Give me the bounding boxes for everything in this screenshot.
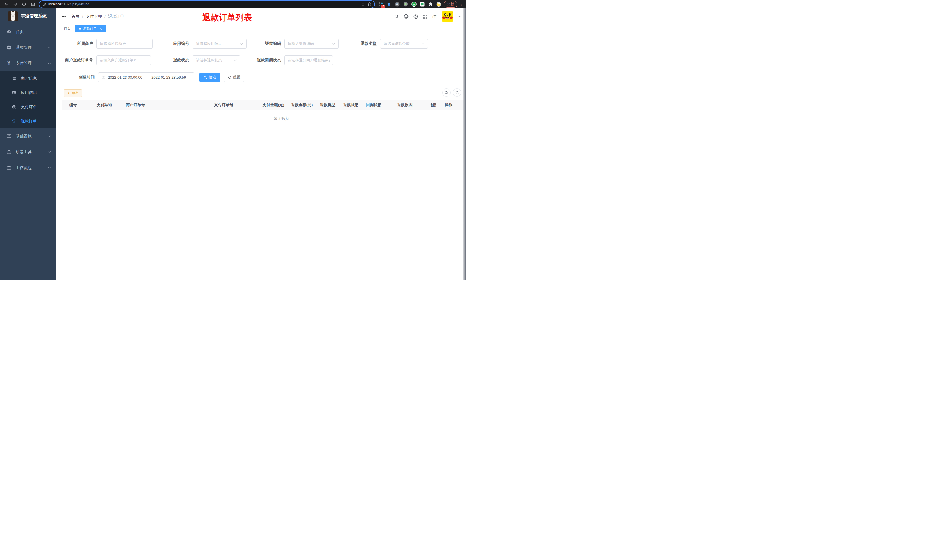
- sidebar-item-home[interactable]: 首页: [0, 24, 56, 40]
- dot-extension-icon[interactable]: [403, 2, 408, 7]
- sidebar-item-label: 支付订单: [21, 105, 50, 109]
- filter-create-time-label: 创建时间: [58, 75, 98, 80]
- tab-close-icon[interactable]: [99, 28, 102, 30]
- svg-text:y: y: [413, 3, 415, 6]
- sidebar-item-refund-order[interactable]: 退款订单: [0, 114, 56, 128]
- breadcrumb: 首页 / 支付管理 / 退款订单: [72, 14, 124, 19]
- sidebar-item-label: 退款订单: [21, 119, 50, 124]
- breadcrumb-pay[interactable]: 支付管理: [86, 14, 102, 19]
- channel-select[interactable]: 请输入渠道编码: [285, 39, 339, 49]
- reload-icon[interactable]: [21, 1, 28, 8]
- chevron-down-icon: [48, 46, 51, 49]
- search-icon[interactable]: [394, 14, 399, 19]
- avatar[interactable]: [442, 11, 453, 22]
- filter-app-label: 应用编号: [152, 41, 192, 46]
- sidebar-item-pay-order[interactable]: 支付订单: [0, 100, 56, 114]
- export-button[interactable]: 导出: [63, 89, 82, 97]
- sidebar-item-label: 工作流程: [16, 165, 48, 171]
- github-icon[interactable]: [403, 14, 409, 19]
- breadcrumb-current: 退款订单: [108, 14, 124, 19]
- column-header: 退款状态: [343, 100, 358, 109]
- url-host: localhost: [48, 2, 62, 6]
- sidebar-item-app-info[interactable]: 应用信息: [0, 86, 56, 100]
- fullscreen-icon[interactable]: [423, 14, 428, 19]
- dashboard-icon: [6, 29, 11, 35]
- command-extension-icon[interactable]: ⌘: [394, 2, 400, 7]
- date-end-value: 2022-01-23 23:59:59: [151, 75, 188, 80]
- page-scrollbar[interactable]: [463, 8, 466, 280]
- empty-state-text: 暂无数据: [274, 116, 289, 121]
- svg-text:⌘: ⌘: [396, 3, 399, 6]
- briefcase-icon: [6, 149, 11, 155]
- tab-active-dot: [79, 28, 81, 30]
- chat-extension-icon[interactable]: [419, 2, 425, 7]
- forward-icon[interactable]: [12, 1, 18, 8]
- merchant-refund-no-input[interactable]: 请输入商户退款订单号: [96, 55, 151, 65]
- column-header: 退款原因: [397, 100, 412, 109]
- app-logo[interactable]: 芋道管理系统: [0, 8, 56, 24]
- merchant-select[interactable]: 请选择所属商户: [96, 39, 153, 49]
- breadcrumb-home[interactable]: 首页: [72, 14, 80, 19]
- puzzle-extensions-icon[interactable]: [428, 2, 433, 7]
- home-icon[interactable]: [29, 1, 36, 8]
- gear-icon: [6, 45, 11, 50]
- sidebar-item-label: 商户信息: [21, 76, 50, 81]
- sidebar-item-workflow[interactable]: 工作流程: [0, 160, 56, 175]
- refresh-icon[interactable]: [453, 88, 461, 97]
- filter-merchant-label: 所属商户: [56, 41, 96, 46]
- collapse-sidebar-icon[interactable]: [61, 14, 67, 20]
- sidebar-item-system[interactable]: 系统管理: [0, 40, 56, 55]
- app-title: 芋道管理系统: [21, 14, 47, 19]
- breadcrumb-separator: /: [82, 14, 83, 19]
- chrome-menu-icon[interactable]: [459, 2, 463, 6]
- date-range-input[interactable]: 2022-01-23 00:00:00 - 2022-01-23 23:59:5…: [98, 72, 194, 82]
- chrome-update-button[interactable]: 更新: [444, 1, 457, 8]
- browser-chrome: localhost:1024/pay/refund 10 ⌘ y 更新: [0, 0, 466, 8]
- sidebar-item-label: 首页: [16, 29, 50, 35]
- sidebar-item-label: 基础设施: [16, 134, 48, 139]
- url-path: :1024/pay/refund: [62, 2, 89, 6]
- sidebar-item-dev-tools[interactable]: 研发工具: [0, 144, 56, 160]
- column-header: 支付金额(元): [263, 100, 285, 109]
- content: 所属商户 请选择所属商户 应用编号 请选择应用信息 渠道编码 请输入渠道编码 退…: [56, 33, 466, 280]
- bookmark-star-icon[interactable]: [367, 2, 372, 6]
- filter-refund-type-label: 退款类型: [340, 41, 380, 46]
- table-header: 编号 支付渠道 商户订单号 支付订单号 支付金额(元) 退款金额(元) 退款类型…: [62, 100, 464, 109]
- reset-button[interactable]: 重置: [224, 73, 244, 82]
- refund-type-select[interactable]: 请选择退款类型: [380, 39, 428, 49]
- tab-home[interactable]: 首页: [61, 25, 74, 32]
- chevron-down-icon: [48, 134, 51, 137]
- sidebar: 芋道管理系统 首页 系统管理 ¥ 支付管理 商户信息 应用信息: [0, 8, 56, 280]
- column-header: 支付订单号: [214, 100, 234, 109]
- site-info-icon[interactable]: [42, 2, 46, 6]
- notify-status-select[interactable]: 请选择通知商户退款结果的: [285, 55, 333, 65]
- emoji-extension-icon[interactable]: [436, 2, 441, 7]
- back-icon[interactable]: [3, 1, 10, 8]
- tab-manager-extension-icon[interactable]: 10: [378, 2, 383, 7]
- app-select[interactable]: 请选择应用信息: [192, 39, 247, 49]
- help-icon[interactable]: [413, 14, 418, 19]
- pay-submenu: 商户信息 应用信息 支付订单 退款订单: [0, 71, 56, 128]
- share-icon[interactable]: [361, 2, 365, 6]
- refund-status-select[interactable]: 请选择退款状态: [192, 55, 240, 65]
- sidebar-item-infra[interactable]: 基础设施: [0, 128, 56, 144]
- y-logo-extension-icon[interactable]: y: [411, 2, 417, 7]
- filter-merchant-no-label: 商户退款订单号: [56, 58, 96, 63]
- sidebar-item-pay[interactable]: ¥ 支付管理: [0, 55, 56, 71]
- avatar-caret-icon[interactable]: [458, 16, 461, 17]
- tab-refund-order[interactable]: 退款订单: [75, 25, 106, 32]
- url-bar[interactable]: localhost:1024/pay/refund: [40, 1, 374, 8]
- extensions-row: 10 ⌘ y: [378, 2, 441, 7]
- clock-icon: [102, 75, 106, 79]
- search-button[interactable]: 搜索: [199, 73, 220, 82]
- font-size-icon[interactable]: TT: [432, 14, 436, 18]
- column-header: 编号: [69, 100, 77, 109]
- toggle-search-icon[interactable]: [442, 88, 451, 97]
- yen-icon: ¥: [6, 61, 11, 66]
- yen-circle-icon: [11, 105, 17, 109]
- logo-rabbit-image: [8, 11, 18, 21]
- gem-extension-icon[interactable]: [386, 2, 392, 7]
- chevron-down-icon: [48, 166, 51, 169]
- column-header: 支付渠道: [97, 100, 112, 109]
- sidebar-item-merchant-info[interactable]: 商户信息: [0, 71, 56, 86]
